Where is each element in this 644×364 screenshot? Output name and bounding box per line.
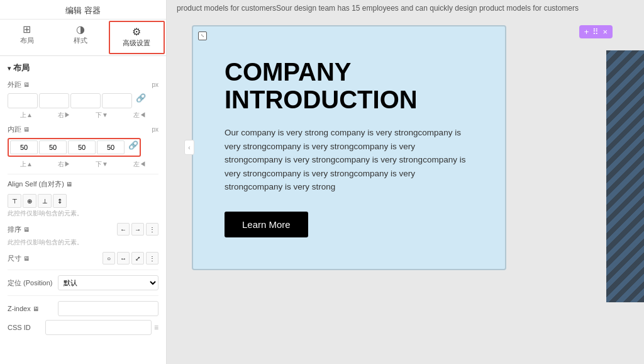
css-id-icon: ≡	[154, 323, 158, 332]
size-more-btn[interactable]: ⋮	[146, 252, 158, 264]
outer-right-input[interactable]	[39, 93, 69, 108]
style-icon: ◑	[76, 25, 85, 35]
resize-icon: ⤡	[201, 33, 204, 38]
inner-monitor-icon: 🖥	[23, 126, 30, 133]
layout-icon: ⊞	[23, 25, 31, 35]
outer-left-input[interactable]	[102, 93, 132, 108]
tab-layout[interactable]: ⊞ 布局	[0, 20, 53, 55]
floating-toolbar: + ⠿ ×	[579, 25, 613, 38]
outer-top-input[interactable]	[8, 93, 38, 108]
css-id-input[interactable]	[45, 320, 152, 335]
outer-link-icon[interactable]: 🔗	[136, 93, 146, 108]
dir-top: 上▲	[8, 111, 45, 120]
divider-2	[8, 270, 158, 270]
outer-px-label: px	[152, 81, 158, 88]
left-panel: 编辑 容器 ⊞ 布局 ◑ 样式 ⚙ 高级设置 布局 外距 🖥 px	[0, 0, 167, 364]
panel-content: 布局 外距 🖥 px 🔗 上▲ 右▶ 下▼ 左◀ 内距 �	[0, 56, 166, 364]
inner-spacing-row: 内距 🖥 px	[8, 125, 158, 134]
side-decorative-image	[606, 50, 644, 302]
main-area: product models for customersSour design …	[167, 0, 644, 364]
align-self-section: Align Self (自对齐) 🖥	[8, 179, 158, 193]
learn-more-button[interactable]: Learn More	[225, 212, 308, 237]
company-title: COMPANY INTRODUCTION	[225, 58, 474, 113]
size-collapse-btn[interactable]: ⤢	[131, 252, 144, 264]
company-description: Our company is very strong company is ve…	[225, 126, 474, 194]
order-right-btn[interactable]: →	[131, 223, 144, 236]
top-text-strip: product models for customersSour design …	[167, 0, 644, 19]
inner-top-input[interactable]	[10, 140, 38, 154]
gear-icon: ⚙	[132, 27, 141, 37]
position-select[interactable]: 默认	[58, 275, 158, 290]
inner-link-icon[interactable]: 🔗	[128, 140, 138, 154]
tab-bar: ⊞ 布局 ◑ 样式 ⚙ 高级设置	[0, 20, 166, 56]
size-section: 尺寸 🖥 ○ ↔ ⤢ ⋮	[8, 252, 158, 264]
dir-right: 右▶	[45, 111, 83, 120]
align-monitor-icon: 🖥	[66, 181, 72, 188]
align-self-label: Align Self (自对齐) 🖥	[8, 179, 158, 189]
canvas-area: + ⠿ × ⤡ COMPANY INTRODUCTION Our company…	[167, 19, 644, 276]
monitor-icon: 🖥	[23, 81, 30, 88]
title-line1: COMPANY	[225, 58, 351, 86]
size-controls: ○ ↔ ⤢ ⋮	[103, 252, 158, 264]
size-monitor-icon: 🖥	[23, 255, 30, 262]
z-index-label: Z-index 🖥	[8, 305, 58, 312]
outer-spacing-row: 外距 🖥 px	[8, 80, 158, 89]
order-more-btn[interactable]: ⋮	[146, 223, 158, 236]
order-hint: 此控件仅影响包含的元素。	[8, 238, 158, 247]
align-stretch-btn[interactable]: ⇕	[53, 194, 67, 208]
position-row: 定位 (Position) 默认	[8, 275, 158, 290]
dir-left: 左◀	[121, 111, 158, 120]
align-hint: 此控件仅影响包含的元素。	[8, 209, 158, 218]
inner-bottom-input[interactable]	[68, 140, 96, 154]
order-section: 排序 🖥 ← → ⋮	[8, 223, 158, 236]
order-controls: ← → ⋮	[117, 223, 158, 236]
align-top-btn[interactable]: ⊤	[8, 194, 21, 208]
size-label: 尺寸 🖥	[8, 254, 103, 263]
outer-spacing-label: 外距 🖥	[8, 80, 45, 89]
outer-spacing-inputs: 🔗	[8, 93, 158, 108]
order-monitor-icon: 🖥	[23, 226, 30, 233]
layout-section-title: 布局	[8, 62, 158, 74]
panel-header: 编辑 容器	[0, 0, 166, 20]
inner-dir-left: 左◀	[121, 160, 158, 169]
size-expand-btn[interactable]: ↔	[117, 252, 130, 264]
z-index-row: Z-index 🖥	[8, 301, 158, 316]
divider-3	[8, 295, 158, 296]
tab-advanced[interactable]: ⚙ 高级设置	[109, 21, 165, 54]
toolbar-plus[interactable]: +	[583, 27, 591, 37]
position-label: 定位 (Position)	[8, 278, 58, 288]
inner-right-input[interactable]	[39, 140, 67, 154]
inner-dir-top: 上▲	[8, 160, 45, 169]
inner-spacing-label: 内距 🖥	[8, 125, 45, 134]
tab-advanced-label: 高级设置	[123, 38, 150, 48]
dir-bottom: 下▼	[83, 111, 121, 120]
inner-spacing-highlighted: 🔗	[8, 138, 141, 157]
content-card: ⤡ COMPANY INTRODUCTION Our company is ve…	[192, 25, 506, 270]
css-id-label: CSS ID	[8, 324, 45, 331]
order-label: 排序 🖥	[8, 225, 117, 234]
z-index-input[interactable]	[58, 301, 158, 316]
collapse-arrow[interactable]: ‹	[184, 140, 194, 155]
align-buttons-group: ⊤ ⊕ ⊥ ⇕	[8, 194, 158, 208]
inner-px-label: px	[152, 126, 158, 133]
align-center-btn[interactable]: ⊕	[23, 194, 36, 208]
inner-dir-right: 右▶	[45, 160, 83, 169]
inner-dir-bottom: 下▼	[83, 160, 121, 169]
order-left-btn[interactable]: ←	[117, 223, 130, 236]
css-id-row: CSS ID ≡	[8, 320, 158, 335]
z-index-monitor-icon: 🖥	[33, 305, 39, 312]
tab-style[interactable]: ◑ 样式	[53, 20, 107, 55]
resize-handle[interactable]: ⤡	[198, 31, 207, 40]
title-line2: INTRODUCTION	[225, 86, 418, 113]
inner-direction-labels: 上▲ 右▶ 下▼ 左◀	[8, 160, 158, 169]
size-circle-btn[interactable]: ○	[103, 252, 115, 264]
tab-layout-label: 布局	[20, 36, 34, 45]
align-bottom-btn[interactable]: ⊥	[38, 194, 52, 208]
outer-direction-labels: 上▲ 右▶ 下▼ 左◀	[8, 111, 158, 120]
inner-left-input[interactable]	[97, 140, 125, 154]
outer-bottom-input[interactable]	[70, 93, 101, 108]
divider-1	[8, 174, 158, 174]
toolbar-close[interactable]: ×	[601, 27, 609, 37]
tab-style-label: 样式	[74, 36, 87, 45]
toolbar-grid[interactable]: ⠿	[591, 27, 600, 37]
